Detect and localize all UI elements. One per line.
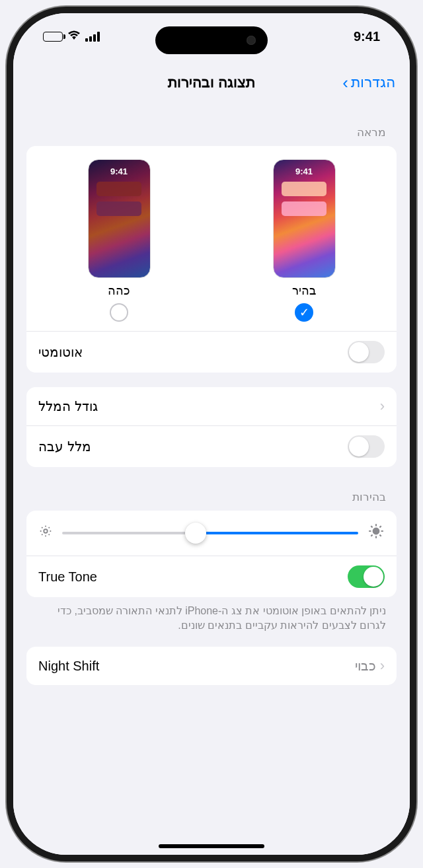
night-shift-row[interactable]: ‹ כבוי Night Shift (26, 647, 397, 685)
automatic-label: אוטומטי (38, 344, 83, 360)
svg-point-0 (44, 529, 48, 533)
battery-icon (43, 32, 63, 42)
svg-line-5 (42, 527, 42, 528)
svg-line-16 (371, 534, 372, 536)
wifi-icon (67, 30, 81, 44)
svg-point-9 (373, 528, 379, 534)
back-button[interactable]: הגדרות › (342, 73, 395, 93)
brightness-slider[interactable] (62, 523, 358, 543)
appearance-card: 9:41 בהיר ✓ 9:41 כהה (26, 146, 397, 373)
text-size-row[interactable]: ‹ גודל המלל (26, 387, 397, 425)
svg-line-8 (49, 527, 50, 528)
text-card: ‹ גודל המלל מלל עבה (26, 387, 397, 467)
light-radio[interactable]: ✓ (295, 303, 313, 322)
screen: 9:41 תצוגה ובהירות הגדרות › מראה 9:41 (13, 13, 410, 855)
cellular-icon (85, 32, 100, 42)
iphone-device-frame: 9:41 תצוגה ובהירות הגדרות › מראה 9:41 (7, 7, 416, 861)
true-tone-footer: ניתן להתאים באופן אוטומטי את צג ה‑iPhone… (26, 597, 397, 632)
back-label: הגדרות (351, 74, 395, 91)
true-tone-label: True Tone (38, 569, 97, 585)
light-label: בהיר (292, 283, 316, 298)
true-tone-row: True Tone (26, 556, 397, 597)
brightness-slider-row (26, 511, 397, 556)
sun-min-icon (38, 524, 53, 542)
svg-line-17 (379, 526, 381, 527)
status-time: 9:41 (354, 29, 380, 44)
sun-max-icon (367, 523, 385, 544)
bold-text-label: מלל עבה (38, 439, 91, 454)
dark-radio[interactable] (110, 303, 128, 322)
dark-label: כהה (108, 283, 130, 298)
night-shift-label: Night Shift (38, 659, 99, 674)
dark-preview: 9:41 (88, 159, 151, 278)
night-shift-value: כבוי (355, 658, 376, 674)
svg-line-15 (379, 534, 381, 536)
chevron-left-icon: ‹ (380, 657, 385, 674)
chevron-left-icon: ‹ (380, 398, 385, 415)
automatic-row: אוטומטי (26, 331, 397, 373)
automatic-switch[interactable] (348, 341, 385, 363)
section-header-appearance: מראה (26, 102, 397, 146)
dynamic-island (155, 26, 268, 54)
section-header-brightness: בהירות (26, 467, 397, 511)
brightness-card: True Tone (26, 511, 397, 597)
nav-header: תצוגה ובהירות הגדרות › (13, 63, 410, 102)
page-title: תצוגה ובהירות (168, 74, 255, 91)
chevron-right-icon: › (342, 73, 348, 93)
light-preview: 9:41 (273, 159, 336, 278)
svg-line-6 (49, 534, 50, 535)
appearance-option-dark[interactable]: 9:41 כהה (88, 159, 151, 322)
night-shift-card: ‹ כבוי Night Shift (26, 647, 397, 685)
text-size-label: גודל המלל (38, 398, 98, 414)
svg-line-7 (42, 534, 42, 535)
true-tone-switch[interactable] (348, 565, 385, 588)
bold-text-row: מלל עבה (26, 425, 397, 467)
bold-text-switch[interactable] (348, 435, 385, 458)
appearance-option-light[interactable]: 9:41 בהיר ✓ (273, 159, 336, 322)
svg-line-14 (371, 526, 372, 527)
home-indicator[interactable] (159, 844, 264, 848)
